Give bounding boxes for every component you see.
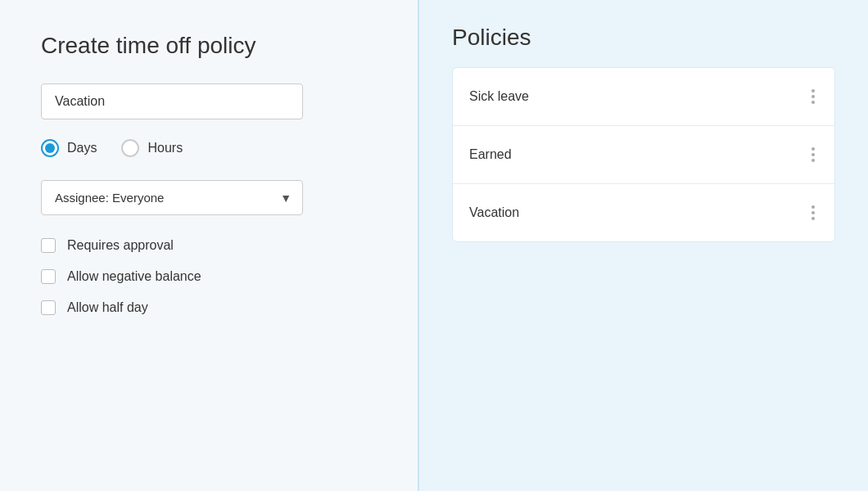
menu-dot — [811, 159, 815, 162]
menu-dot — [811, 101, 815, 104]
right-panel: Policies Sick leave Earned Vacation — [418, 0, 868, 491]
menu-dot — [811, 89, 815, 92]
checkbox-allow-negative-label: Allow negative balance — [67, 269, 201, 284]
unit-radio-group: Days Hours — [41, 139, 377, 157]
checkbox-requires-approval-label: Requires approval — [67, 238, 174, 253]
checkbox-allow-half-day[interactable]: Allow half day — [41, 300, 377, 315]
menu-dot — [811, 95, 815, 98]
policy-menu-sick-leave[interactable] — [808, 86, 818, 107]
policy-menu-vacation[interactable] — [808, 202, 818, 223]
checkbox-group: Requires approval Allow negative balance… — [41, 238, 377, 315]
policies-title: Policies — [452, 25, 835, 51]
assignee-dropdown[interactable]: Assignee: Everyone Specific employees De… — [41, 180, 303, 215]
checkbox-allow-half-day-box — [41, 300, 56, 315]
policy-menu-earned[interactable] — [808, 144, 818, 165]
checkbox-allow-negative-box — [41, 269, 56, 284]
radio-hours-outer — [121, 139, 139, 157]
checkbox-requires-approval[interactable]: Requires approval — [41, 238, 377, 253]
policy-name-vacation: Vacation — [469, 205, 519, 220]
radio-days[interactable]: Days — [41, 139, 97, 157]
menu-dot — [811, 211, 815, 214]
policy-name-earned: Earned — [469, 147, 512, 162]
radio-hours[interactable]: Hours — [121, 139, 183, 157]
page-title: Create time off policy — [41, 33, 377, 59]
menu-dot — [811, 153, 815, 156]
assignee-dropdown-container: Assignee: Everyone Specific employees De… — [41, 180, 303, 215]
checkbox-allow-negative[interactable]: Allow negative balance — [41, 269, 377, 284]
table-row: Earned — [453, 126, 834, 184]
menu-dot — [811, 217, 815, 220]
assignee-dropdown-wrapper: Assignee: Everyone Specific employees De… — [41, 180, 303, 215]
policies-list: Sick leave Earned Vacation — [452, 67, 835, 242]
menu-dot — [811, 205, 815, 209]
table-row: Vacation — [453, 184, 834, 241]
table-row: Sick leave — [453, 68, 834, 126]
left-panel: Create time off policy Days Hours Assign… — [0, 0, 418, 491]
checkbox-allow-half-day-label: Allow half day — [67, 300, 148, 315]
radio-days-inner — [45, 143, 55, 153]
radio-hours-label: Hours — [147, 141, 183, 155]
radio-days-outer — [41, 139, 59, 157]
policy-name-sick-leave: Sick leave — [469, 89, 529, 104]
menu-dot — [811, 147, 815, 151]
radio-days-label: Days — [67, 141, 97, 155]
checkbox-requires-approval-box — [41, 238, 56, 253]
policy-name-input[interactable] — [41, 83, 303, 119]
